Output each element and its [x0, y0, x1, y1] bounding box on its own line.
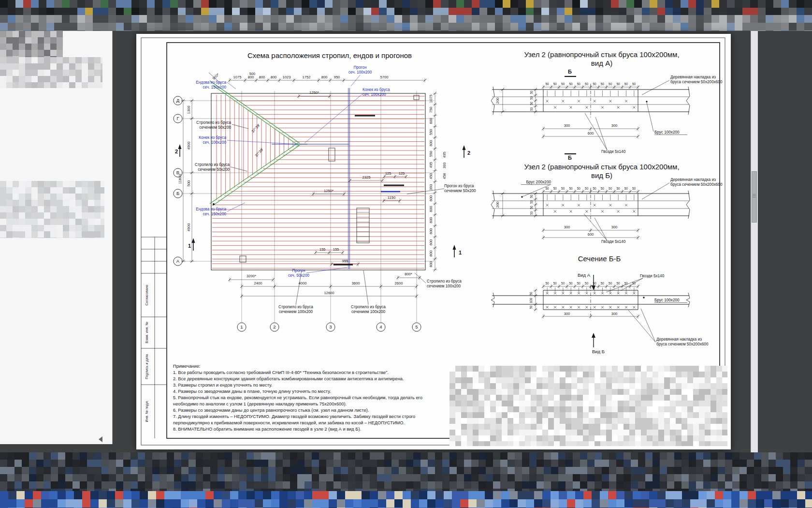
svg-text:бруса сечением 50x200x600: бруса сечением 50x200x600 [670, 80, 723, 84]
svg-text:50: 50 [561, 82, 565, 86]
svg-text:50: 50 [632, 82, 636, 86]
svg-text:600: 600 [588, 232, 594, 237]
svg-text:50: 50 [593, 82, 596, 86]
svg-text:450: 450 [429, 173, 433, 179]
svg-text:50: 50 [609, 82, 612, 86]
svg-text:Схема расположения стропил, ен: Схема расположения стропил, ендов и прог… [247, 51, 412, 60]
svg-text:50: 50 [545, 282, 549, 285]
svg-text:50: 50 [530, 96, 533, 100]
svg-text:Взам. инв. №: Взам. инв. № [145, 321, 149, 343]
censored-panel-block-1 [0, 31, 63, 57]
svg-text:50: 50 [530, 102, 533, 105]
svg-text:Д: Д [176, 98, 180, 103]
svg-text:200: 200 [495, 202, 500, 208]
svg-text:50: 50 [530, 211, 533, 215]
svg-text:50: 50 [624, 187, 628, 190]
svg-text:Б: Б [568, 155, 572, 161]
svg-text:бруса сечением 50x200x600: бруса сечением 50x200x600 [670, 182, 723, 187]
svg-text:1150: 1150 [388, 195, 395, 200]
svg-text:сеч. 100x200: сеч. 100x200 [348, 70, 372, 75]
svg-text:50: 50 [553, 82, 557, 86]
note-line: 5. Равнопрочный стык на ендове, рекоменд… [173, 395, 473, 401]
svg-text:900*: 900* [212, 73, 220, 81]
svg-text:100: 100 [529, 298, 533, 303]
svg-text:50: 50 [577, 82, 581, 86]
svg-text:50: 50 [585, 82, 589, 86]
svg-text:50: 50 [561, 282, 565, 285]
note-line: 6. Размеры со звездочками даны до центра… [173, 407, 473, 414]
svg-text:50: 50 [585, 187, 589, 190]
vertical-scrollbar[interactable] [751, 31, 758, 452]
svg-text:2: 2 [467, 150, 470, 156]
svg-text:1250*: 1250* [309, 90, 319, 95]
svg-text:сечением 100x200: сечением 100x200 [427, 284, 461, 288]
note-line: 4. Размеры со звездочками даны в плане, … [173, 388, 473, 395]
svg-text:Брус 100x200: Брус 100x200 [654, 130, 680, 134]
svg-text:1075: 1075 [233, 75, 242, 79]
scroll-left-arrow-icon[interactable] [96, 436, 102, 442]
svg-text:50: 50 [616, 82, 620, 86]
project-tree-panel[interactable] [0, 31, 113, 444]
svg-text:50: 50 [530, 194, 533, 198]
scrollbar-thumb[interactable] [752, 171, 757, 223]
svg-text:393: 393 [442, 163, 447, 169]
svg-text:50: 50 [529, 292, 533, 296]
svg-text:бруса сечением 50x200x600: бруса сечением 50x200x600 [656, 342, 709, 346]
svg-text:495: 495 [442, 152, 447, 158]
svg-text:50: 50 [624, 282, 628, 285]
taskbar[interactable] [0, 491, 812, 508]
svg-text:50: 50 [632, 282, 636, 285]
svg-text:50: 50 [616, 187, 620, 190]
svg-text:50: 50 [609, 187, 612, 190]
svg-text:Стропило из бруса: Стропило из бруса [278, 305, 313, 309]
svg-text:37°39': 37°39' [254, 147, 265, 158]
svg-text:Стропило из бруса: Стропило из бруса [351, 305, 386, 309]
svg-text:300: 300 [564, 225, 570, 229]
svg-text:300: 300 [564, 123, 570, 128]
svg-text:125: 125 [399, 171, 405, 176]
svg-text:800: 800 [271, 75, 277, 79]
svg-text:800: 800 [321, 75, 328, 79]
svg-text:50: 50 [553, 282, 557, 285]
svg-text:3: 3 [329, 324, 332, 329]
svg-text:50: 50 [593, 187, 596, 190]
svg-text:50: 50 [601, 187, 605, 190]
svg-text:Согласовано: Согласовано [145, 284, 149, 305]
svg-text:4: 4 [379, 324, 382, 329]
toolbar-row-2[interactable] [0, 15, 812, 31]
svg-text:Инв. № подл.: Инв. № подл. [145, 401, 149, 422]
svg-text:сеч. 50x200: сеч. 50x200 [288, 273, 309, 278]
svg-text:950: 950 [334, 75, 340, 79]
svg-text:вид А): вид А) [591, 59, 612, 67]
svg-text:вид Б): вид Б) [591, 171, 612, 179]
svg-text:1300: 1300 [187, 106, 191, 114]
svg-text:50: 50 [601, 82, 605, 86]
svg-text:Гвозди 5x140: Гвозди 5x140 [601, 239, 626, 244]
svg-text:50: 50 [545, 187, 549, 190]
svg-text:2400: 2400 [254, 281, 262, 285]
svg-text:Вид Б: Вид Б [592, 349, 605, 354]
svg-text:Узел 2 (равнопрочный стык брус: Узел 2 (равнопрочный стык бруса 100x200м… [524, 163, 679, 171]
svg-text:550: 550 [429, 151, 433, 157]
svg-text:сеч. 150x200: сеч. 150x200 [203, 85, 226, 90]
svg-text:4900: 4900 [187, 142, 191, 150]
svg-text:50: 50 [624, 82, 628, 86]
svg-text:50: 50 [530, 200, 533, 204]
svg-text:2600: 2600 [395, 281, 403, 285]
svg-text:300: 300 [611, 225, 618, 229]
svg-text:800: 800 [429, 251, 433, 257]
svg-text:4900: 4900 [187, 224, 191, 232]
drawing-viewport[interactable]: ДГВБА12345Схема расположения стропил, ен… [112, 31, 751, 452]
note-line: Примечание: [173, 363, 473, 370]
svg-text:Узел 2 (равнопрочный стык брус: Узел 2 (равнопрочный стык бруса 100x200м… [524, 50, 679, 59]
svg-text:сеч. 100x200: сеч. 100x200 [362, 92, 386, 97]
svg-text:1023: 1023 [283, 75, 291, 79]
note-line: 8. ВНИМАТЕЛЬНО обратить внимание на расп… [173, 426, 473, 433]
bottom-censored-band [0, 452, 812, 491]
toolbar-row-1[interactable] [0, 0, 812, 15]
svg-text:50: 50 [577, 187, 581, 190]
svg-text:750: 750 [429, 107, 433, 113]
svg-text:Б: Б [176, 191, 179, 196]
svg-text:50: 50 [553, 187, 557, 190]
svg-text:458: 458 [442, 173, 447, 179]
